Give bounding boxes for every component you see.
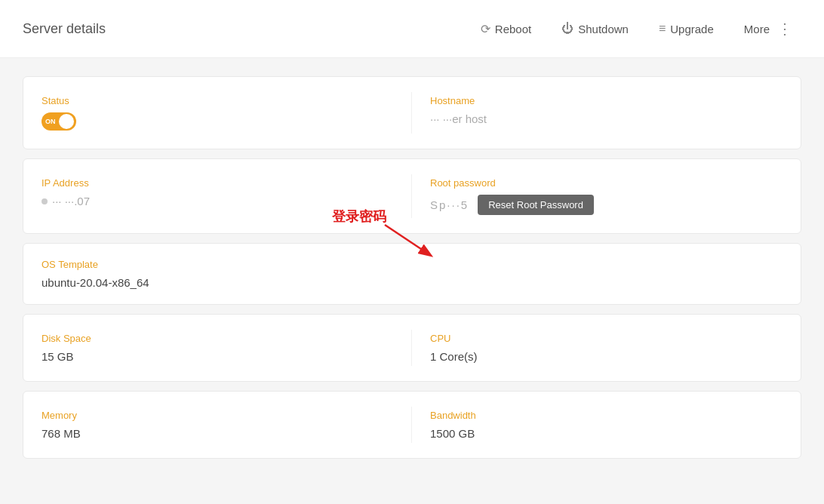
- password-row: Sp···5 登录密码 Reset Root Password: [430, 195, 782, 215]
- more-button[interactable]: More ⋮: [738, 14, 801, 44]
- memory-label: Memory: [42, 410, 411, 421]
- ip-dot-icon: [42, 198, 48, 204]
- reboot-icon: ⟳: [481, 22, 490, 36]
- disk-value: 15 GB: [42, 350, 411, 363]
- toggle-thumb: [59, 114, 74, 129]
- page-header: Server details ⟳ Reboot ⏻ Shutdown ≡ Upg…: [0, 0, 824, 58]
- disk-cpu-card: Disk Space 15 GB CPU 1 Core(s): [23, 314, 801, 382]
- upgrade-icon: ≡: [659, 22, 666, 35]
- power-icon: ⏻: [561, 22, 573, 35]
- svg-line-1: [385, 225, 430, 255]
- status-section: Status ON: [42, 92, 412, 134]
- status-hostname-card: Status ON Hostname ··· ···er host: [23, 76, 801, 149]
- svg-text:登录密码: 登录密码: [331, 208, 386, 224]
- toggle-on-label: ON: [45, 118, 56, 125]
- cpu-label: CPU: [430, 333, 782, 344]
- password-label: Root password: [430, 177, 782, 189]
- status-label: Status: [42, 95, 411, 106]
- os-template-value: ubuntu-20.04-x86_64: [42, 276, 782, 289]
- more-dots-icon: ⋮: [774, 17, 795, 41]
- toggle-track[interactable]: ON: [42, 112, 76, 131]
- status-toggle[interactable]: ON: [42, 112, 411, 131]
- bandwidth-value: 1500 GB: [430, 427, 782, 440]
- header-actions: ⟳ Reboot ⏻ Shutdown ≡ Upgrade More ⋮: [475, 14, 801, 44]
- annotation-arrow: 登录密码: [317, 206, 438, 266]
- disk-label: Disk Space: [42, 333, 411, 344]
- shutdown-button[interactable]: ⏻ Shutdown: [555, 19, 635, 38]
- memory-section: Memory 768 MB: [42, 407, 412, 443]
- hostname-value: ··· ···er host: [430, 112, 782, 125]
- main-content: Status ON Hostname ··· ···er host IP Add…: [0, 58, 824, 477]
- ip-password-card: IP Address ··· ···.07 Root password Sp··…: [23, 158, 801, 234]
- page-title: Server details: [23, 21, 106, 37]
- bandwidth-section: Bandwidth 1500 GB: [412, 407, 782, 443]
- memory-value: 768 MB: [42, 427, 411, 440]
- password-section: Root password Sp···5 登录密码: [412, 174, 782, 218]
- hostname-label: Hostname: [430, 95, 782, 106]
- reset-root-password-button[interactable]: Reset Root Password: [478, 195, 594, 215]
- upgrade-button[interactable]: ≡ Upgrade: [653, 19, 720, 38]
- cpu-section: CPU 1 Core(s): [412, 330, 782, 366]
- disk-section: Disk Space 15 GB: [42, 330, 412, 366]
- reboot-button[interactable]: ⟳ Reboot: [475, 19, 537, 39]
- annotation-container: Sp···5 登录密码: [430, 198, 469, 212]
- hostname-section: Hostname ··· ···er host: [412, 92, 782, 134]
- memory-bandwidth-card: Memory 768 MB Bandwidth 1500 GB: [23, 391, 801, 459]
- ip-label: IP Address: [42, 177, 411, 189]
- cpu-value: 1 Core(s): [430, 350, 782, 363]
- bandwidth-label: Bandwidth: [430, 410, 782, 421]
